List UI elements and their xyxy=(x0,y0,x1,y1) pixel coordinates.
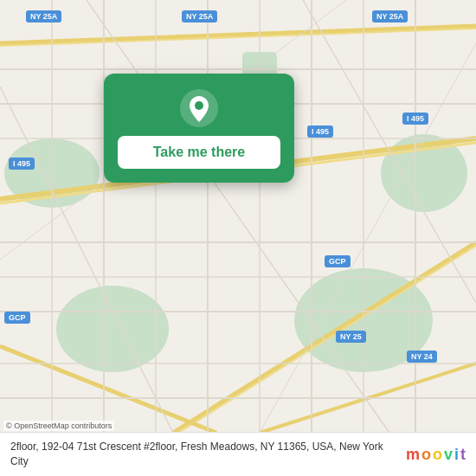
map-background xyxy=(0,0,476,476)
highway-i495-left: I 495 xyxy=(9,158,35,170)
highway-i495-center: I 495 xyxy=(307,125,333,138)
moovit-logo: moovit xyxy=(406,446,466,464)
highway-i495-right: I 495 xyxy=(402,113,428,125)
moovit-letter-t: t xyxy=(460,446,466,464)
moovit-letter-o2: o xyxy=(433,446,442,464)
svg-point-36 xyxy=(195,101,203,110)
map-container: NY 25A NY 25A NY 25A I 495 I 495 I 495 G… xyxy=(0,0,476,476)
popup-card: Take me there xyxy=(104,74,294,183)
map-roads xyxy=(0,0,476,476)
location-pin-icon xyxy=(180,89,218,127)
highway-ny25a-top-left: NY 25A xyxy=(26,10,61,23)
highway-ny25a-top-center: NY 25A xyxy=(182,10,217,23)
highway-ny25: NY 25 xyxy=(336,331,366,343)
moovit-letter-v: v xyxy=(444,446,453,464)
highway-ny25a-top-right: NY 25A xyxy=(372,10,408,23)
osm-attribution: © OpenStreetMap contributors xyxy=(3,421,114,431)
moovit-letter-o1: o xyxy=(421,446,431,464)
bottom-bar: 2floor, 192-04 71st Crescent #2floor, Fr… xyxy=(0,432,476,476)
highway-gcp-left: GCP xyxy=(4,312,30,324)
highway-ny24: NY 24 xyxy=(407,351,437,363)
take-me-there-button[interactable]: Take me there xyxy=(118,136,280,169)
svg-point-2 xyxy=(56,286,169,372)
address-text: 2floor, 192-04 71st Crescent #2floor, Fr… xyxy=(10,440,397,469)
moovit-letter-m: m xyxy=(406,446,420,464)
highway-gcp-center: GCP xyxy=(325,255,351,267)
moovit-letter-i: i xyxy=(454,446,459,464)
